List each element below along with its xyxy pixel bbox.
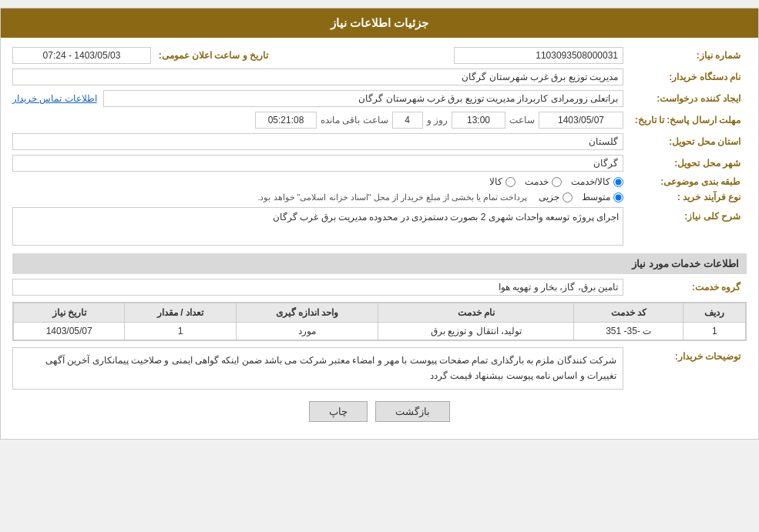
namDasgah-value: مدیریت توزیع برق غرب شهرستان گرگان <box>12 69 623 85</box>
radio-jozyi-label: جزیی <box>539 192 559 202</box>
content-area: شماره نیاز: 1103093508000031 تاریخ و ساع… <box>1 38 758 439</box>
naveFarayand-label: نوع فرآیند خرید : <box>623 192 747 202</box>
mohlatErsal-label: مهلت ارسال پاسخ: تا تاریخ: <box>623 115 747 125</box>
col-tarikh: تاریخ نیاز <box>14 303 125 323</box>
table-cell: 1403/05/07 <box>14 323 125 340</box>
tamase-link[interactable]: اطلاعات تماس خریدار <box>12 93 97 104</box>
groheKhadamat-label: گروه خدمت: <box>623 282 747 293</box>
tarikh-value: 1403/05/07 <box>539 112 623 129</box>
radio-kala-khadamat-item: کالا/خدمت <box>571 176 623 187</box>
radio-kala[interactable] <box>505 177 516 187</box>
page-title: جزئیات اطلاعات نیاز <box>331 16 428 29</box>
table-cell: مورد <box>236 323 378 340</box>
saat-label: ساعت <box>509 115 535 125</box>
row-shahr: شهر محل تحویل: گرگان <box>12 155 747 172</box>
tosih-label: توضیحات خریدار: <box>623 347 747 362</box>
rooz-value: 4 <box>392 112 423 129</box>
row-shomareNiaz: شماره نیاز: 1103093508000031 تاریخ و ساع… <box>12 47 747 64</box>
col-namKhadamat: نام خدمت <box>378 303 574 323</box>
row-mohlatErsal: مهلت ارسال پاسخ: تا تاریخ: 1403/05/07 سا… <box>12 112 747 129</box>
col-tedad: تعداد / مقدار <box>125 303 236 323</box>
row-tabaqebandi: طبقه بندی موضوعی: کالا/خدمت خدمت کالا <box>12 176 747 187</box>
radio-khadamat-item: خدمت <box>525 176 562 187</box>
ostan-value: گلستان <box>12 133 623 150</box>
radio-jozyi-item: جزیی <box>539 192 573 202</box>
table-cell: ت -35- 351 <box>573 323 683 340</box>
ijadKonande-value: براتعلی زورمرادی کاربرداز مدیریت توزیع ب… <box>103 90 623 107</box>
shahr-value: گرگان <box>12 155 623 172</box>
radio-jozyi[interactable] <box>563 192 573 202</box>
col-kodKhadamat: کد خدمت <box>573 303 683 323</box>
shahr-label: شهر محل تحویل: <box>623 158 747 169</box>
row-ijadKonande: ایجاد کننده درخواست: براتعلی زورمرادی کا… <box>12 90 747 107</box>
farayand-description: پرداخت تمام یا بخشی از مبلغ خریدار از مح… <box>257 192 527 202</box>
announceDate-label: تاریخ و ساعت اعلان عمومی: <box>151 50 274 61</box>
ostan-label: استان محل تحویل: <box>623 136 747 147</box>
khadamat-section-title: اطلاعات خدمات مورد نیاز <box>12 253 747 274</box>
tosih-value: شرکت کنندگان ملزم به بارگذاری تمام صفحات… <box>12 347 623 390</box>
radio-motavaset-label: متوسط <box>582 192 610 202</box>
tabaqebandi-radios: کالا/خدمت خدمت کالا <box>489 176 623 187</box>
radio-kala-label: کالا <box>489 176 502 187</box>
radio-khadamat[interactable] <box>552 177 562 187</box>
announceDate-value: 1403/05/03 - 07:24 <box>12 47 151 64</box>
row-tosih: توضیحات خریدار: شرکت کنندگان ملزم به بار… <box>12 347 747 390</box>
services-table-container: ردیف کد خدمت نام خدمت واحد اندازه گیری ت… <box>12 302 747 341</box>
buttons-row: بازگشت چاپ <box>12 401 747 422</box>
col-vahed: واحد اندازه گیری <box>236 303 378 323</box>
ijadKonande-label: ایجاد کننده درخواست: <box>623 93 747 104</box>
rooz-label: روز و <box>427 115 448 125</box>
page-header: جزئیات اطلاعات نیاز <box>1 8 758 38</box>
table-cell: 1 <box>683 323 746 340</box>
table-cell: 1 <box>125 323 236 340</box>
table-row: 1ت -35- 351تولید، انتقال و توزیع برقمورد… <box>14 323 746 340</box>
radio-motavaset-item: متوسط <box>582 192 623 202</box>
radio-kala-khadamat[interactable] <box>613 177 623 187</box>
sharhKoli-value: اجرای پروژه توسعه واحدات شهری 2 بصورت دس… <box>12 207 623 246</box>
row-naveFarayand: نوع فرآیند خرید : متوسط جزیی پرداخت تمام… <box>12 192 747 202</box>
row-ostan: استان محل تحویل: گلستان <box>12 133 747 150</box>
groheKhadamat-value: تامین برق، گاز، بخار و تهویه هوا <box>12 279 623 296</box>
shomareNiaz-value: 1103093508000031 <box>454 47 623 64</box>
radio-motavaset[interactable] <box>613 192 623 202</box>
shomareNiaz-label: شماره نیاز: <box>623 50 747 61</box>
col-radif: ردیف <box>683 303 746 323</box>
baqimande-value: 05:21:08 <box>255 112 317 129</box>
farayand-radios: متوسط جزیی <box>539 192 623 202</box>
back-button[interactable]: بازگشت <box>375 401 450 422</box>
table-cell: تولید، انتقال و توزیع برق <box>378 323 574 340</box>
namDasgah-label: نام دستگاه خریدار: <box>623 72 747 82</box>
services-table: ردیف کد خدمت نام خدمت واحد اندازه گیری ت… <box>13 303 746 340</box>
tabaqebandi-label: طبقه بندی موضوعی: <box>623 176 747 187</box>
print-button[interactable]: چاپ <box>309 401 368 422</box>
sharhKoli-label: شرح کلی نیاز: <box>623 207 747 222</box>
saat-value: 13:00 <box>452 112 505 129</box>
radio-kala-khadamat-label: کالا/خدمت <box>571 176 610 187</box>
radio-khadamat-label: خدمت <box>525 176 549 187</box>
table-header-row: ردیف کد خدمت نام خدمت واحد اندازه گیری ت… <box>14 303 746 323</box>
row-groheKhadamat: گروه خدمت: تامین برق، گاز، بخار و تهویه … <box>12 279 747 296</box>
page-wrapper: جزئیات اطلاعات نیاز شماره نیاز: 11030935… <box>0 8 759 440</box>
row-sharhKoli: شرح کلی نیاز: اجرای پروژه توسعه واحدات ش… <box>12 207 747 246</box>
baqimande-label: ساعت باقی مانده <box>321 115 388 125</box>
row-namDasgah: نام دستگاه خریدار: مدیریت توزیع برق غرب … <box>12 69 747 85</box>
radio-kala-item: کالا <box>489 176 516 187</box>
